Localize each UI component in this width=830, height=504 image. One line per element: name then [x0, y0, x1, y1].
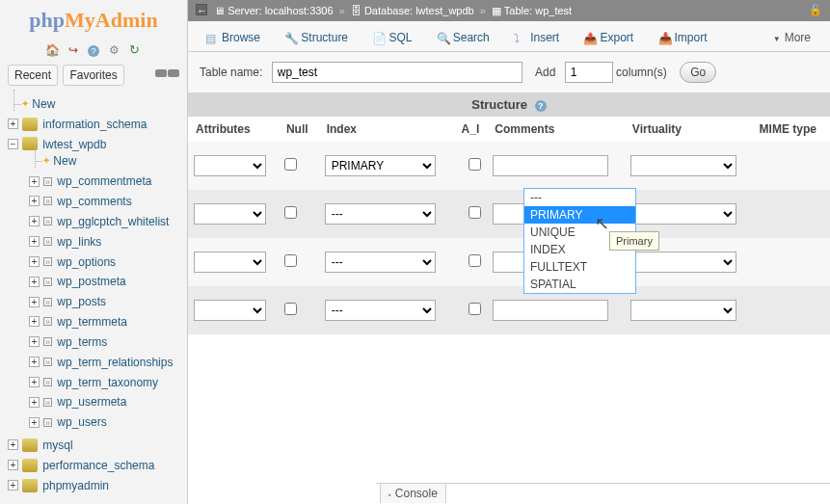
tree-table[interactable]: wp_links: [57, 235, 101, 249]
tree-expand[interactable]: +: [29, 397, 40, 408]
tree-db[interactable]: performance_schema: [42, 459, 154, 472]
tab-more[interactable]: More: [763, 25, 820, 50]
tree-expand[interactable]: +: [8, 119, 18, 129]
nav-icon[interactable]: »: [43, 358, 52, 366]
virtuality-select[interactable]: [630, 155, 736, 176]
tree-expand[interactable]: +: [8, 460, 18, 470]
tree-expand[interactable]: +: [29, 316, 40, 327]
tab-recent[interactable]: Recent: [8, 65, 58, 86]
tree-db[interactable]: information_schema: [42, 118, 147, 131]
ai-checkbox[interactable]: [469, 254, 481, 267]
nav-icon[interactable]: »: [43, 398, 52, 407]
tree-table[interactable]: wp_termmeta: [57, 315, 127, 329]
go-button[interactable]: Go: [680, 62, 716, 83]
nav-icon[interactable]: »: [43, 337, 52, 346]
attributes-select[interactable]: [194, 252, 266, 273]
nav-icon[interactable]: »: [43, 278, 52, 286]
index-select[interactable]: ---: [325, 300, 436, 321]
tree-table[interactable]: wp_posts: [57, 295, 106, 308]
tree-expand[interactable]: +: [29, 297, 40, 307]
null-checkbox[interactable]: [284, 158, 297, 171]
tree-table[interactable]: wp_options: [57, 254, 116, 268]
tree-table[interactable]: wp_commentmeta: [57, 174, 151, 188]
logout-icon[interactable]: [66, 43, 81, 59]
ai-checkbox[interactable]: [469, 303, 481, 315]
tab-search[interactable]: Search: [427, 25, 499, 51]
null-checkbox[interactable]: [284, 254, 297, 267]
nav-icon[interactable]: »: [43, 257, 52, 266]
nav-icon[interactable]: »: [43, 177, 52, 186]
tree-db[interactable]: phpmyadmin: [42, 479, 109, 492]
comments-input[interactable]: [493, 300, 608, 321]
nav-icon[interactable]: »: [43, 197, 52, 205]
ai-checkbox[interactable]: [469, 206, 481, 219]
tree-table[interactable]: wp_usermeta: [57, 395, 126, 409]
tree-expand[interactable]: +: [29, 216, 40, 226]
lock-icon[interactable]: 🔓: [809, 4, 822, 16]
collapse-toggle[interactable]: [154, 66, 179, 80]
tree-expand[interactable]: +: [29, 196, 40, 206]
tree-expand[interactable]: +: [29, 277, 40, 287]
tree-db[interactable]: mysql: [42, 438, 72, 452]
ai-checkbox[interactable]: [469, 158, 481, 171]
tree-table[interactable]: wp_users: [57, 415, 106, 429]
tree-new-db[interactable]: New: [32, 97, 55, 111]
tree-table[interactable]: wp_term_taxonomy: [57, 375, 158, 388]
tree-expand[interactable]: +: [29, 377, 40, 387]
info-icon[interactable]: ?: [535, 100, 547, 112]
nav-icon[interactable]: »: [43, 378, 52, 386]
tree-new-table[interactable]: New: [53, 154, 76, 168]
tree-expand[interactable]: +: [29, 336, 40, 347]
index-select[interactable]: ---: [325, 252, 436, 273]
tree-expand[interactable]: +: [8, 439, 18, 450]
tree-table[interactable]: wp_terms: [57, 335, 107, 349]
tree-expand[interactable]: +: [8, 480, 18, 491]
docs-icon[interactable]: [86, 43, 101, 59]
breadcrumb-database[interactable]: Database: lwtest_wpdb: [364, 5, 474, 16]
tree-expand[interactable]: +: [29, 417, 40, 428]
breadcrumb-table[interactable]: Table: wp_test: [504, 5, 572, 16]
breadcrumb-server[interactable]: Server: localhost:3306: [228, 5, 333, 16]
tree-table[interactable]: wp_term_relationships: [57, 356, 173, 369]
virtuality-select[interactable]: [630, 252, 736, 273]
null-checkbox[interactable]: [284, 303, 297, 315]
attributes-select[interactable]: [194, 155, 266, 176]
nav-icon[interactable]: »: [43, 418, 52, 427]
dropdown-option[interactable]: ---: [524, 189, 635, 206]
tab-favorites[interactable]: Favorites: [63, 65, 123, 86]
tree-expand[interactable]: +: [29, 256, 40, 267]
index-select[interactable]: PRIMARY: [325, 155, 436, 176]
tab-export[interactable]: Export: [574, 25, 643, 51]
dropdown-option[interactable]: SPATIAL: [524, 276, 635, 293]
tab-browse[interactable]: Browse: [196, 25, 270, 51]
null-checkbox[interactable]: [284, 206, 297, 219]
nav-back-icon[interactable]: ←: [196, 4, 207, 15]
tree-expand[interactable]: +: [29, 357, 40, 367]
console-button[interactable]: Console: [380, 483, 446, 503]
tree-expand[interactable]: +: [29, 176, 40, 187]
virtuality-select[interactable]: [630, 300, 736, 321]
table-name-input[interactable]: [272, 62, 522, 83]
tree-db[interactable]: lwtest_wpdb: [42, 137, 106, 150]
tree-table[interactable]: wp_gglcptch_whitelist: [57, 215, 169, 228]
tree-expand[interactable]: +: [29, 236, 40, 247]
home-icon[interactable]: [44, 43, 60, 59]
tree-table[interactable]: wp_postmeta: [57, 275, 125, 288]
tab-insert[interactable]: Insert: [504, 25, 569, 51]
comments-input[interactable]: [493, 155, 608, 176]
nav-icon[interactable]: »: [43, 298, 52, 306]
tree-collapse[interactable]: −: [8, 139, 18, 149]
index-select[interactable]: ---: [325, 203, 436, 225]
attributes-select[interactable]: [194, 300, 266, 321]
nav-icon[interactable]: »: [43, 217, 52, 225]
tree-table[interactable]: wp_comments: [57, 195, 131, 208]
settings-icon[interactable]: [106, 43, 121, 59]
tab-import[interactable]: Import: [649, 25, 717, 51]
nav-icon[interactable]: »: [43, 237, 52, 246]
tab-structure[interactable]: Structure: [275, 25, 358, 51]
virtuality-select[interactable]: [630, 203, 736, 225]
tab-sql[interactable]: SQL: [362, 25, 421, 51]
nav-icon[interactable]: »: [43, 317, 52, 326]
dropdown-option[interactable]: FULLTEXT: [524, 258, 635, 276]
logo[interactable]: phpMyAdmin: [0, 0, 187, 40]
